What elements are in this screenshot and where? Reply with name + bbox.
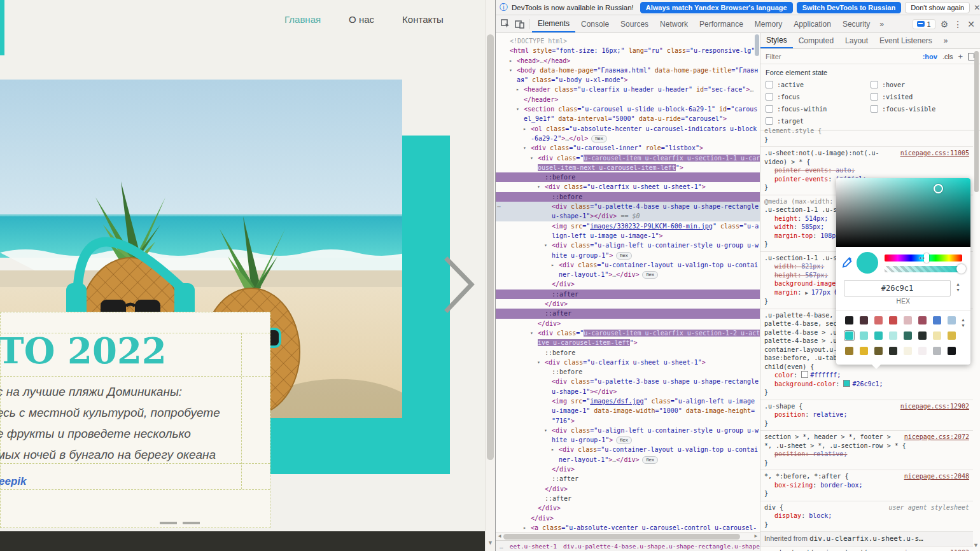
- palette-swatch[interactable]: [918, 347, 927, 355]
- flex-badge[interactable]: flex: [616, 252, 631, 260]
- h-scrollbar-thumb[interactable]: [503, 534, 740, 540]
- tree-row[interactable]: ▾<div class="u-carousel-inner" role="lis…: [496, 143, 760, 153]
- notification-button[interactable]: Don't show again: [905, 2, 970, 13]
- toggle-element-state-button[interactable]: :hov: [923, 53, 937, 60]
- tree-row[interactable]: ▾<div class="u-align-left u-container-st…: [496, 241, 760, 250]
- palette-swatch[interactable]: [933, 331, 941, 340]
- styles-filter-input[interactable]: [764, 52, 918, 61]
- element-classes-button[interactable]: .cls: [942, 53, 953, 60]
- nav-item[interactable]: О нас: [349, 14, 374, 25]
- tree-row[interactable]: hite u-group-1">flex: [496, 435, 760, 445]
- tree-row[interactable]: ▾<section class="u-carousel u-slide u-bl…: [496, 104, 760, 114]
- css-rule[interactable]: .u-sheet:not(.u-image):not(.u-video) {ni…: [760, 547, 973, 551]
- palette-swatch[interactable]: [889, 316, 897, 324]
- tree-row[interactable]: </div>: [496, 503, 760, 513]
- color-swatch[interactable]: [843, 380, 850, 387]
- palette-swatch[interactable]: [860, 347, 868, 355]
- expand-arrow-icon[interactable]: ▸: [523, 124, 526, 134]
- force-state-visited[interactable]: :visited: [871, 93, 976, 101]
- stylesheet-link[interactable]: nicepage.css:11002: [900, 548, 969, 551]
- styles-scrollbar-thumb[interactable]: [974, 51, 979, 192]
- tree-row[interactable]: hite u-group-1">flex: [496, 251, 760, 260]
- flex-badge[interactable]: flex: [642, 271, 657, 279]
- tree-row[interactable]: ▾<div class="u-carousel-item u-clearfix …: [496, 153, 760, 163]
- palette-swatch[interactable]: [918, 316, 927, 324]
- tree-row[interactable]: </header>: [496, 95, 760, 104]
- tree-row[interactable]: ive u-carousel-item-left">: [496, 338, 760, 347]
- notification-button[interactable]: Always match Yandex Browser's language: [640, 2, 793, 13]
- expand-arrow-icon[interactable]: ▸: [551, 260, 554, 270]
- elements-tree[interactable]: <!DOCTYPE html><html style="font-size: 1…: [496, 33, 760, 532]
- sidebar-tab-event-listeners[interactable]: Event Listeners: [874, 34, 938, 48]
- palette-swatch[interactable]: [933, 316, 941, 324]
- tree-row[interactable]: ::before: [496, 172, 760, 182]
- force-state-focus-visible[interactable]: :focus-visible: [871, 105, 976, 113]
- tree-row[interactable]: </div>: [496, 513, 760, 523]
- tree-row[interactable]: ▾<body data-home-page="Главная.html" dat…: [496, 66, 760, 75]
- flex-badge[interactable]: flex: [642, 456, 657, 464]
- palette-swatch[interactable]: [904, 316, 912, 324]
- tree-row[interactable]: </div>: [496, 484, 760, 494]
- css-rule[interactable]: element.style {}: [760, 125, 973, 147]
- tree-row[interactable]: <div class="u-palette-3-base u-shape u-s…: [496, 377, 760, 386]
- settings-gear-icon[interactable]: ⚙: [941, 19, 949, 29]
- tree-row[interactable]: </div>: [496, 279, 760, 289]
- scroll-right-arrow[interactable]: ►: [753, 533, 759, 539]
- tree-row[interactable]: </div>: [496, 464, 760, 474]
- issues-badge[interactable]: 1: [913, 19, 935, 29]
- tree-row[interactable]: ▸<header class="u-clearfix u-header u-he…: [496, 85, 760, 94]
- eyedropper-icon[interactable]: [841, 257, 853, 269]
- tree-row[interactable]: ▸<div class="u-container-layout u-valign…: [496, 260, 760, 270]
- freepik-credit[interactable]: eepik: [0, 475, 26, 488]
- tree-row[interactable]: -6a29-2">…</ol>flex: [496, 134, 760, 143]
- tab-security[interactable]: Security: [837, 15, 876, 32]
- tree-row[interactable]: ▾<div class="u-clearfix u-sheet u-sheet-…: [496, 358, 760, 367]
- stylesheet-link[interactable]: nicepage.css:2072: [904, 433, 969, 442]
- palette-swatch[interactable]: [904, 331, 912, 340]
- tab-console[interactable]: Console: [575, 15, 615, 32]
- tab-application[interactable]: Application: [788, 15, 837, 32]
- tree-scrollbar-thumb[interactable]: [755, 34, 759, 56]
- css-property[interactable]: display: block;: [764, 512, 969, 520]
- expand-arrow-icon[interactable]: ▾: [537, 358, 540, 367]
- kebab-menu-icon[interactable]: ⋮: [953, 19, 962, 29]
- checkbox[interactable]: [871, 105, 878, 113]
- expand-arrow-icon[interactable]: ▸: [551, 445, 554, 454]
- checkbox[interactable]: [766, 117, 773, 125]
- css-property[interactable]: color: #ffffff;: [764, 371, 969, 380]
- expand-arrow-icon[interactable]: ▸: [523, 523, 526, 532]
- palette-swatch[interactable]: [948, 347, 956, 355]
- devtools-close-icon[interactable]: ✕: [967, 19, 975, 29]
- css-property[interactable]: box-sizing: border-box;: [764, 481, 969, 490]
- new-style-rule-icon[interactable]: +: [958, 52, 963, 61]
- expand-arrow-icon[interactable]: ▸: [516, 85, 519, 94]
- nav-item[interactable]: Главная: [284, 14, 321, 25]
- sidebar-tab-layout[interactable]: Layout: [839, 34, 874, 48]
- tree-row[interactable]: ::after: [496, 289, 760, 299]
- tree-row[interactable]: ⋯<div class="u-palette-4-base u-shape u-…: [496, 202, 760, 211]
- tab-performance[interactable]: Performance: [694, 15, 749, 32]
- tree-row[interactable]: el_9e1f" data-interval="5000" data-u-rid…: [496, 114, 760, 123]
- css-rule[interactable]: .u-shape {nicepage.css:12902position: re…: [760, 400, 973, 431]
- css-property[interactable]: pointer-events: auto;: [764, 166, 969, 175]
- css-rule[interactable]: *, *:before, *:after {nicepage.css:2048b…: [760, 470, 973, 501]
- tree-row[interactable]: ▾<div class="u-clearfix u-sheet u-sheet-…: [496, 182, 760, 192]
- force-state-focus[interactable]: :focus: [766, 93, 871, 101]
- tree-row[interactable]: <!DOCTYPE html>: [496, 36, 760, 46]
- css-rule[interactable]: section > *, header > *, footer > *, .u-…: [760, 431, 973, 470]
- force-state-focus-within[interactable]: :focus-within: [766, 105, 871, 113]
- hex-stepper[interactable]: ▲▼: [956, 281, 960, 293]
- scrollbar-down-arrow[interactable]: ▼: [487, 540, 493, 546]
- carousel-indicator[interactable]: [183, 522, 200, 524]
- css-property[interactable]: position: relative;: [764, 450, 969, 459]
- tree-row[interactable]: lign-left u-image u-image-1">: [496, 231, 760, 241]
- css-property[interactable]: background-color: #26c9c1;: [764, 380, 969, 389]
- alpha-slider[interactable]: [885, 266, 962, 272]
- expand-arrow-icon[interactable]: ▾: [530, 153, 533, 163]
- css-property[interactable]: position: relative;: [764, 410, 969, 419]
- tree-row[interactable]: ▸<div class="u-container-layout u-valign…: [496, 445, 760, 454]
- breadcrumb-item[interactable]: div.u-palette-4-base.u-shape.u-shape-rec…: [563, 543, 760, 550]
- checkbox[interactable]: [766, 105, 773, 113]
- tree-row[interactable]: ::before: [496, 348, 760, 358]
- tree-row[interactable]: ner-layout-1">…</div>flex: [496, 270, 760, 279]
